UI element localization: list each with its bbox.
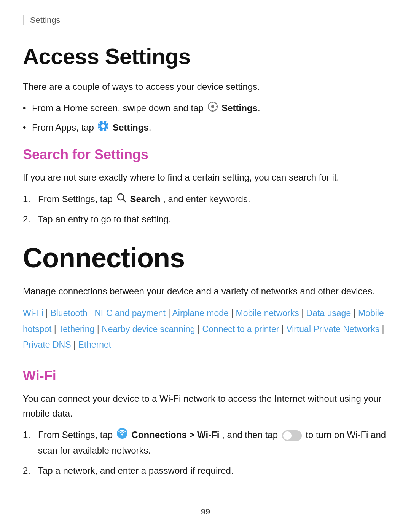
link-tethering[interactable]: Tethering <box>59 324 95 334</box>
search-step-2: Tap an entry to go to that setting. <box>23 212 388 227</box>
svg-rect-15 <box>107 125 108 126</box>
link-nfc[interactable]: NFC and payment <box>94 308 166 318</box>
svg-point-23 <box>121 434 123 436</box>
bullet-item-2: From Apps, tap <box>23 120 388 136</box>
search-step-1-before: From Settings, tap <box>38 194 115 204</box>
svg-point-22 <box>117 428 127 439</box>
search-step-2-text: Tap an entry to go to that setting. <box>38 214 171 224</box>
breadcrumb: Settings <box>23 15 388 25</box>
bullet-2-bold: Settings <box>113 122 149 133</box>
bullet-1-period: . <box>258 103 260 113</box>
svg-rect-5 <box>216 106 218 107</box>
bullet-2-text-before: From Apps, tap <box>32 122 96 133</box>
link-vpn[interactable]: Virtual Private Networks <box>286 324 379 334</box>
settings-icon <box>97 120 109 136</box>
svg-rect-3 <box>212 110 213 112</box>
svg-line-21 <box>123 199 126 202</box>
connections-intro: Manage connections between your device a… <box>23 284 388 299</box>
link-mobile-networks[interactable]: Mobile networks <box>236 308 299 318</box>
search-step-1-bold: Search <box>130 194 160 204</box>
wifi-step-2: Tap a network, and enter a password if r… <box>23 463 388 478</box>
link-wifi[interactable]: Wi-Fi <box>23 308 43 318</box>
svg-point-1 <box>211 105 214 108</box>
bullet-1-text-before: From a Home screen, swipe down and tap <box>32 103 206 113</box>
link-private-dns[interactable]: Private DNS <box>23 340 71 350</box>
search-steps-list: From Settings, tap Search , and enter ke… <box>23 192 388 227</box>
connections-links: Wi-Fi | Bluetooth | NFC and payment | Ai… <box>23 305 388 353</box>
page-number: 99 <box>201 507 210 517</box>
wifi-steps-list: From Settings, tap Connections > Wi-Fi ,… <box>23 428 388 478</box>
search-settings-intro: If you are not sure exactly where to fin… <box>23 170 388 185</box>
connections-title: Connections <box>23 242 388 273</box>
wifi-step-1-before: From Settings, tap <box>38 430 115 440</box>
svg-rect-14 <box>98 125 100 126</box>
wifi-step-1: From Settings, tap Connections > Wi-Fi ,… <box>23 428 388 458</box>
svg-rect-2 <box>212 102 213 103</box>
wifi-step-1-bold: Connections > Wi-Fi <box>131 430 219 440</box>
connections-icon <box>116 428 128 443</box>
bullet-item-1: From a Home screen, swipe down and tap <box>23 101 388 116</box>
link-airplane[interactable]: Airplane mode <box>172 308 229 318</box>
link-bluetooth[interactable]: Bluetooth <box>50 308 87 318</box>
svg-rect-13 <box>103 129 104 131</box>
access-settings-list: From a Home screen, swipe down and tap <box>23 101 388 136</box>
link-data-usage[interactable]: Data usage <box>306 308 351 318</box>
access-settings-intro: There are a couple of ways to access you… <box>23 80 388 94</box>
svg-point-11 <box>101 124 105 128</box>
wifi-step-2-text: Tap a network, and enter a password if r… <box>38 465 234 476</box>
svg-rect-12 <box>103 121 104 123</box>
search-icon <box>116 192 126 207</box>
search-step-1-after: , and enter keywords. <box>163 194 250 204</box>
gear-icon <box>207 101 218 116</box>
svg-rect-4 <box>208 106 209 107</box>
wifi-intro: You can connect your device to a Wi-Fi n… <box>23 391 388 421</box>
link-nearby-scanning[interactable]: Nearby device scanning <box>102 324 195 334</box>
wifi-heading: Wi-Fi <box>23 368 388 384</box>
bullet-2-period: . <box>149 122 151 133</box>
toggle-switch-icon <box>282 430 302 441</box>
link-ethernet[interactable]: Ethernet <box>78 340 111 350</box>
bullet-1-bold: Settings <box>221 103 258 113</box>
search-step-1: From Settings, tap Search , and enter ke… <box>23 192 388 207</box>
access-settings-title: Access Settings <box>23 43 388 69</box>
breadcrumb-text: Settings <box>30 15 61 25</box>
search-settings-heading: Search for Settings <box>23 147 388 163</box>
wifi-step-1-middle: , and then tap <box>222 430 280 440</box>
link-connect-printer[interactable]: Connect to a printer <box>202 324 279 334</box>
